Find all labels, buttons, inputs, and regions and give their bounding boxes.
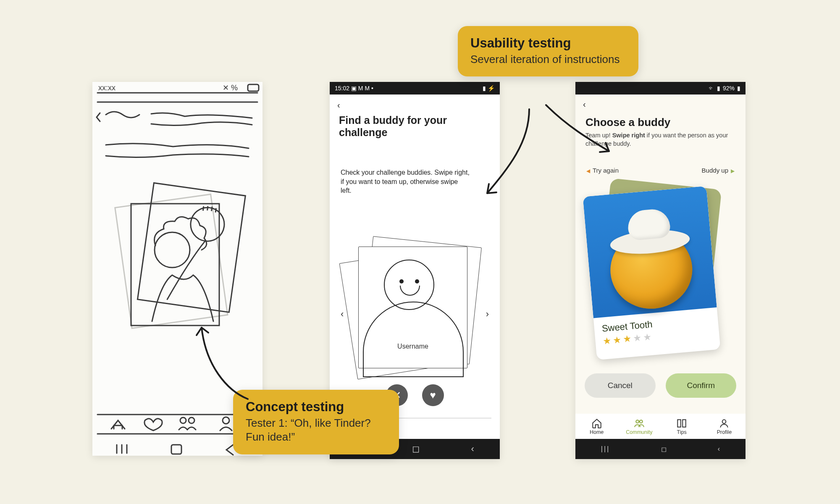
battery-icon: ▮ [737, 85, 740, 92]
buddy-card[interactable]: Sweet Tooth ★★★★★ [583, 186, 721, 360]
nav-back-icon[interactable]: ‹ [471, 444, 474, 454]
hat-graphic [607, 201, 691, 258]
buddy-photo [583, 186, 717, 318]
back-button[interactable]: ‹ [575, 94, 746, 109]
svg-point-16 [223, 417, 229, 424]
back-button[interactable]: ‹ [330, 94, 500, 110]
instruction-text: Check your challenge buddies. Swipe righ… [330, 139, 481, 195]
screen-title: Choose a buddy [575, 109, 746, 129]
callout-usability-testing: Usability testing Several iteration of i… [458, 26, 638, 76]
cancel-button[interactable]: Cancel [585, 373, 656, 398]
tab-home[interactable]: Home [575, 414, 618, 439]
svg-point-5 [189, 205, 226, 243]
svg-rect-10 [131, 204, 219, 326]
tab-community[interactable]: Community [618, 414, 660, 439]
nav-home-icon[interactable]: ◻ [412, 444, 420, 454]
bottom-tab-bar: Home Community Tips Profile [575, 414, 746, 439]
svg-point-11 [155, 232, 190, 268]
svg-line-7 [207, 207, 208, 210]
status-bar: 15:02 ▣ M M • ▮ ⚡ [330, 82, 500, 94]
status-battery-icon: ▮ ⚡ [483, 85, 495, 92]
screen-subtitle: Team up! Swipe right if you want the per… [575, 129, 746, 148]
callout-heading: Concept testing [246, 399, 386, 415]
chevron-right-icon[interactable]: › [486, 309, 489, 320]
svg-point-23 [722, 420, 726, 423]
status-bar: ᯤ ▮ 92% ▮ [575, 82, 746, 94]
svg-point-22 [640, 420, 643, 423]
like-button[interactable]: ♥ [422, 384, 444, 406]
callout-heading: Usability testing [470, 35, 626, 51]
svg-line-6 [203, 207, 204, 210]
confirm-button[interactable]: Confirm [666, 373, 737, 398]
signal-icon: ▮ [717, 85, 720, 92]
svg-point-15 [189, 417, 194, 423]
svg-rect-2 [248, 84, 259, 91]
tab-profile[interactable]: Profile [703, 414, 746, 439]
nav-home-icon[interactable]: ◻ [661, 445, 667, 453]
tab-tips[interactable]: Tips [661, 414, 703, 439]
nav-recent-icon[interactable]: ||| [601, 445, 610, 453]
wifi-icon: ᯤ [709, 85, 714, 92]
android-nav-bar: ||| ◻ ‹ [575, 439, 746, 459]
callout-body: Several iteration of instructions [470, 52, 626, 66]
svg-line-9 [215, 209, 216, 212]
callout-body: Tester 1: “Oh, like Tinder? Fun idea!” [246, 416, 386, 444]
svg-point-14 [180, 417, 186, 423]
buddy-card-stack[interactable]: Sweet Tooth ★★★★★ [591, 180, 729, 357]
card-username: Username [359, 343, 467, 350]
screen-title: Find a buddy for your challenge [330, 110, 500, 139]
status-time: 15:02 [335, 85, 349, 92]
svg-point-21 [636, 420, 639, 423]
svg-line-8 [212, 207, 212, 210]
hint-buddy-up: Buddy up [702, 167, 735, 174]
chevron-left-icon[interactable]: ‹ [341, 309, 344, 320]
battery-text: 92% [723, 85, 735, 92]
sketch-status-left: xx:xx [98, 84, 116, 92]
sketch-status-right: ✕ % [223, 84, 238, 92]
hint-try-again: Try again [586, 167, 619, 174]
hifi-mockup: ᯤ ▮ 92% ▮ ‹ Choose a buddy Team up! Swip… [575, 82, 746, 459]
svg-rect-20 [171, 445, 181, 454]
status-app-icons: ▣ M M • [351, 85, 373, 92]
callout-concept-testing: Concept testing Tester 1: “Oh, like Tind… [233, 390, 399, 454]
nav-back-icon[interactable]: ‹ [718, 445, 720, 453]
buddy-card-stack[interactable]: Username [350, 237, 480, 376]
